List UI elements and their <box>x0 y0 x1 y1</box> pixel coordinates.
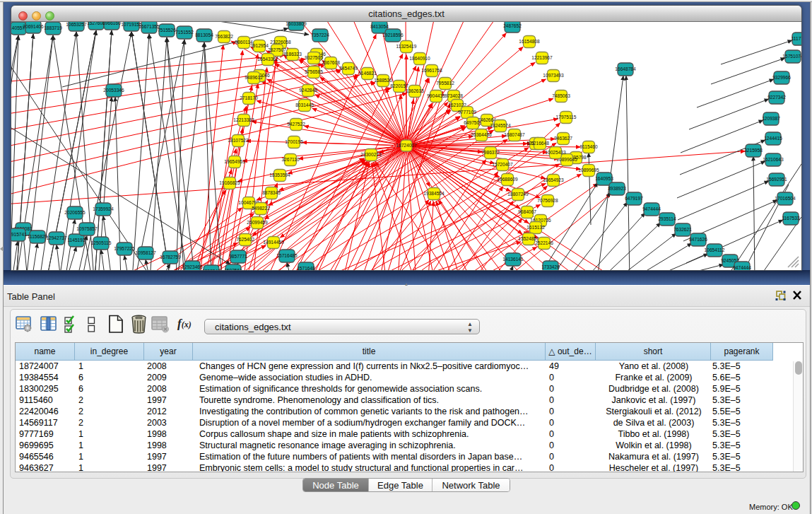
svg-text:23300273: 23300273 <box>360 152 382 157</box>
svg-text:20364436: 20364436 <box>471 132 492 137</box>
svg-text:15751074: 15751074 <box>782 54 801 59</box>
svg-text:8413054: 8413054 <box>370 24 389 29</box>
svg-text:7151552: 7151552 <box>175 30 194 35</box>
svg-text:18640910: 18640910 <box>409 56 430 61</box>
svg-text:7986372: 7986372 <box>481 150 500 155</box>
svg-text:10025433: 10025433 <box>545 150 566 155</box>
svg-text:10975857: 10975857 <box>76 226 98 231</box>
svg-text:16648784: 16648784 <box>615 66 636 71</box>
svg-text:9684067: 9684067 <box>518 209 536 214</box>
svg-text:7955812: 7955812 <box>436 81 454 86</box>
svg-text:9146821: 9146821 <box>358 71 377 76</box>
svg-text:2367608: 2367608 <box>322 60 340 65</box>
svg-text:12923465: 12923465 <box>182 264 203 269</box>
svg-text:1571648: 1571648 <box>297 266 315 270</box>
svg-text:2718170: 2718170 <box>240 95 258 100</box>
svg-text:6966160: 6966160 <box>102 22 121 25</box>
svg-text:3912954: 3912954 <box>250 43 269 48</box>
svg-text:5756585: 5756585 <box>305 69 323 74</box>
svg-text:9734028: 9734028 <box>445 93 463 98</box>
svg-text:17975115: 17975115 <box>556 115 577 119</box>
svg-text:9463627: 9463627 <box>554 136 572 141</box>
svg-text:12213967: 12213967 <box>531 55 553 60</box>
svg-text:26099459: 26099459 <box>247 220 268 225</box>
svg-text:8471626: 8471626 <box>689 237 707 242</box>
svg-text:19218596: 19218596 <box>382 33 404 37</box>
svg-text:9327505: 9327505 <box>305 55 323 60</box>
svg-text:1700195: 1700195 <box>285 139 303 144</box>
svg-text:3215958: 3215958 <box>744 148 763 153</box>
svg-text:9474444: 9474444 <box>733 265 751 270</box>
svg-text:11156829: 11156829 <box>28 234 48 239</box>
svg-text:2935114: 2935114 <box>658 216 676 221</box>
svg-text:18245574: 18245574 <box>490 123 511 128</box>
svg-text:7632621: 7632621 <box>673 227 692 232</box>
svg-text:1117704: 1117704 <box>792 36 801 41</box>
svg-text:16033809: 16033809 <box>286 22 307 26</box>
svg-text:2522146: 2522146 <box>535 240 553 245</box>
svg-text:16543362: 16543362 <box>257 57 278 62</box>
svg-text:1167533: 1167533 <box>782 216 800 221</box>
svg-text:19166825: 19166825 <box>219 180 240 185</box>
svg-text:9777109: 9777109 <box>458 110 476 115</box>
svg-text:10688609: 10688609 <box>497 177 518 182</box>
svg-text:7515526: 7515526 <box>158 28 176 33</box>
svg-text:11325419: 11325419 <box>396 44 417 49</box>
svg-text:1640953: 1640953 <box>595 176 613 181</box>
svg-text:10654112: 10654112 <box>705 247 725 252</box>
svg-text:1292346: 1292346 <box>202 269 220 270</box>
svg-text:8220157: 8220157 <box>390 83 408 88</box>
svg-text:1593561: 1593561 <box>224 268 242 270</box>
svg-text:9227342: 9227342 <box>767 95 786 100</box>
svg-text:1244415: 1244415 <box>764 136 782 141</box>
svg-text:9329966: 9329966 <box>772 75 791 80</box>
svg-text:15716485: 15716485 <box>276 253 298 258</box>
svg-text:17359924: 17359924 <box>93 206 114 211</box>
svg-text:6216648: 6216648 <box>531 141 549 146</box>
svg-text:12942737: 12942737 <box>46 235 67 240</box>
svg-text:10653257: 10653257 <box>66 22 87 27</box>
svg-text:3267110: 3267110 <box>281 157 300 162</box>
svg-text:1615132: 1615132 <box>526 225 545 230</box>
svg-text:18353594: 18353594 <box>269 173 290 177</box>
svg-text:10958127: 10958127 <box>135 250 156 255</box>
svg-text:15692951: 15692951 <box>766 177 787 182</box>
svg-text:16961758: 16961758 <box>421 68 442 73</box>
svg-text:9904435: 9904435 <box>427 93 445 98</box>
svg-text:12505115: 12505115 <box>91 240 112 245</box>
svg-text:1209387: 1209387 <box>762 116 780 121</box>
svg-text:1883719: 1883719 <box>44 25 62 30</box>
svg-text:7625402: 7625402 <box>236 237 254 242</box>
svg-text:8938923: 8938923 <box>608 186 626 191</box>
svg-text:7357224: 7357224 <box>311 33 329 37</box>
svg-text:1362615: 1362615 <box>406 88 424 93</box>
svg-text:3915741: 3915741 <box>11 232 27 237</box>
svg-text:17957225: 17957225 <box>114 246 135 251</box>
svg-text:8878345: 8878345 <box>262 190 281 195</box>
svg-text:7462664: 7462664 <box>478 117 496 122</box>
svg-text:14914459: 14914459 <box>263 240 284 245</box>
svg-text:1588520: 1588520 <box>374 78 392 83</box>
svg-text:8031446: 8031446 <box>295 103 314 107</box>
svg-text:20691406: 20691406 <box>23 24 44 29</box>
svg-text:9489612: 9489612 <box>245 75 263 80</box>
svg-text:9242848: 9242848 <box>299 88 317 93</box>
svg-text:9474444: 9474444 <box>642 206 661 211</box>
svg-text:9427522: 9427522 <box>287 122 305 127</box>
svg-text:7663822: 7663822 <box>215 34 233 39</box>
svg-text:18654923: 18654923 <box>543 177 564 182</box>
svg-text:16807487: 16807487 <box>504 132 525 137</box>
svg-text:19654953: 19654953 <box>224 159 245 164</box>
svg-text:16154808: 16154808 <box>519 39 540 44</box>
svg-text:8186323: 8186323 <box>283 52 302 57</box>
svg-text:20206555: 20206555 <box>64 210 86 215</box>
svg-text:10899695: 10899695 <box>578 168 599 173</box>
svg-text:1145193: 1145193 <box>67 238 86 243</box>
svg-text:7485063: 7485063 <box>552 93 570 98</box>
svg-text:18807249: 18807249 <box>507 192 529 197</box>
svg-text:10973493: 10973493 <box>543 73 564 78</box>
svg-text:12213383: 12213383 <box>233 117 254 122</box>
svg-text:6479197: 6479197 <box>625 196 643 201</box>
svg-text:17016504: 17016504 <box>775 196 796 201</box>
svg-text:8454749: 8454749 <box>339 66 358 71</box>
